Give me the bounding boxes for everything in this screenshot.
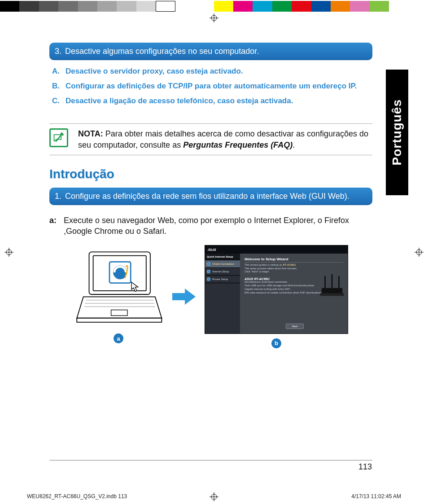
sub-step-b: B. Configurar as definições de TCP/IP pa… [52,81,370,92]
note-icon [49,128,68,147]
wizard-intro: This wizard guides in setting up RT-AC66… [245,263,343,274]
asus-logo-icon: /SUS [208,247,221,252]
svg-rect-25 [320,293,344,296]
print-slug-left: WEU8262_RT-AC66U_QSG_V2.indb 113 [27,493,127,500]
badge-b: b [271,338,281,348]
registration-mark-icon [210,492,218,501]
arrow-right-icon [171,288,197,306]
svg-rect-16 [111,310,127,316]
registration-mark-icon [415,248,424,257]
laptop-illustration: a [74,250,163,343]
printer-color-bar [0,1,428,12]
page-number: 113 [358,462,372,472]
step-number: 3. [55,46,61,57]
sidebar-item-check-connection: Check Connection [205,260,240,268]
badge-a: a [114,333,123,343]
svg-text:/SUS: /SUS [208,248,216,252]
router-setup-wizard: /SUS Quick Internet Setup Check Connecti… [205,245,348,334]
step-3-pill: 3. Desactive algumas configurações no se… [49,43,372,60]
sub-step-a: A. Desactive o servidor proxy, caso este… [52,66,370,77]
setup-wizard-illustration: /SUS Quick Internet Setup Check Connecti… [205,245,348,348]
note-text: NOTA: Para obter mais detalhes acerca de… [78,128,372,150]
instruction-a: a: Execute o seu navegador Web, como por… [49,215,372,237]
step-text: Configure as definições da rede sem fios… [65,191,367,202]
illustration-row: a /SUS Quick Internet Setup Check Connec… [49,245,372,348]
wizard-topbar: /SUS [205,245,348,254]
section-title: Introdução [49,167,372,181]
wizard-main: Welcome to Setup Wizard This wizard guid… [240,254,348,333]
print-slug-right: 4/17/13 11:02:45 AM [351,493,401,500]
sub-step-list: A. Desactive o servidor proxy, caso este… [49,66,372,114]
sidebar-item-router-setup: Router Setup [205,276,240,283]
wizard-title: Welcome to Setup Wizard [245,257,343,263]
sidebar-heading: Quick Internet Setup [205,254,240,260]
language-tab-label: Português [390,99,404,165]
language-tab: Português [386,70,408,195]
step-1-pill: 1. Configure as definições da rede sem f… [49,188,372,205]
svg-rect-21 [322,288,342,294]
sub-step-c: C. Desactive a ligação de acesso telefón… [52,96,370,106]
registration-mark-icon [4,248,13,257]
step-number: 1. [55,191,61,202]
wizard-sidebar: Quick Internet Setup Check Connection In… [205,254,240,333]
sidebar-item-internet-setup: Internet Setup [205,268,240,276]
note-box: NOTA: Para obter mais detalhes acerca de… [49,123,372,155]
registration-mark-icon [210,13,218,22]
laptop-icon [74,250,163,327]
wizard-next-button: Next [286,324,304,329]
page-content: 3. Desactive algumas configurações no se… [49,43,372,348]
step-text: Desactive algumas configurações no seu c… [65,46,367,57]
footer-rule [49,460,372,460]
router-icon [319,273,345,298]
